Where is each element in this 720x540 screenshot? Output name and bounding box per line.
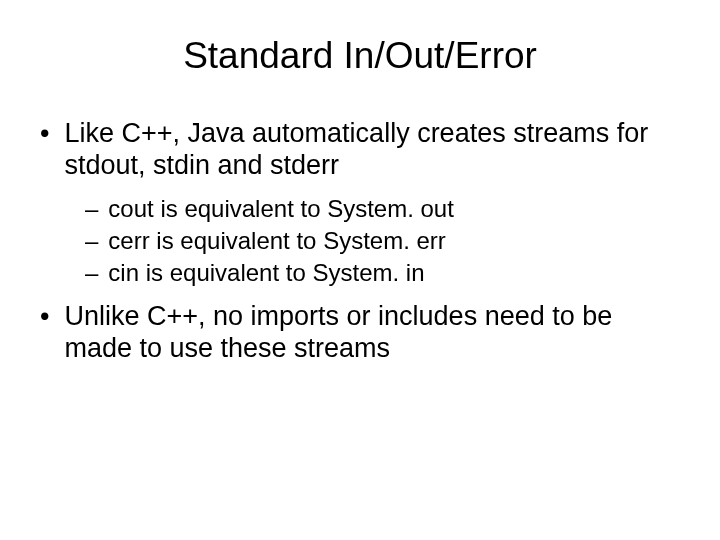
slide-title: Standard In/Out/Error [35, 35, 685, 77]
sub-bullet-item: – cerr is equivalent to System. err [85, 226, 685, 256]
sub-bullet-marker: – [85, 194, 98, 224]
sub-bullet-text: cerr is equivalent to System. err [108, 226, 685, 256]
bullet-text: Like C++, Java automatically creates str… [64, 117, 685, 182]
sub-bullet-marker: – [85, 258, 98, 288]
bullet-text: Unlike C++, no imports or includes need … [64, 300, 685, 365]
sub-bullet-list: – cout is equivalent to System. out – ce… [35, 194, 685, 288]
sub-bullet-text: cin is equivalent to System. in [108, 258, 685, 288]
bullet-item: • Unlike C++, no imports or includes nee… [35, 300, 685, 365]
sub-bullet-item: – cin is equivalent to System. in [85, 258, 685, 288]
bullet-item: • Like C++, Java automatically creates s… [35, 117, 685, 182]
sub-bullet-marker: – [85, 226, 98, 256]
sub-bullet-text: cout is equivalent to System. out [108, 194, 685, 224]
sub-bullet-item: – cout is equivalent to System. out [85, 194, 685, 224]
bullet-marker: • [40, 300, 49, 365]
bullet-marker: • [40, 117, 49, 182]
